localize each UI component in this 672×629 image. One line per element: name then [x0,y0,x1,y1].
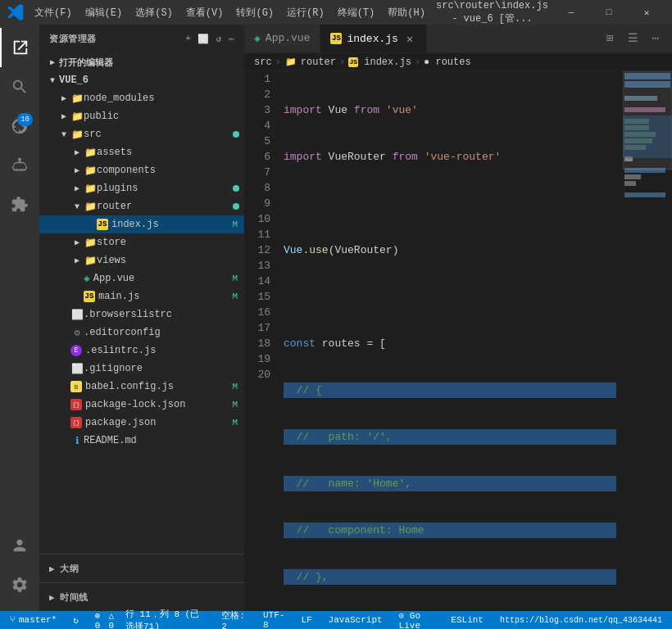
split-editor-button[interactable]: ⊞ [600,29,620,48]
sidebar-item-eslintrc[interactable]: E .eslintrc.js [39,342,244,360]
errors-text: ⊗ 0 [95,610,106,630]
sidebar-item-gitignore[interactable]: ⬜ .gitignore [39,360,244,378]
breadcrumb-router[interactable]: router [301,57,336,68]
eol-status[interactable]: LF [297,615,315,625]
sidebar-item-assets[interactable]: ▶ 📁 assets [39,143,244,161]
activity-account[interactable] [0,526,39,565]
sidebar-header-icons: + ⬜ ↺ ⋯ [185,34,234,44]
code-line-5 [284,289,616,305]
live-server-status[interactable]: ⊙ Go Live [396,610,438,630]
editor-area: ◈ App.vue JS index.js ✕ ⊞ ☰ ⋯ src › 📁 ro… [244,25,672,611]
sidebar-item-components[interactable]: ▶ 📁 components [39,161,244,179]
spaces-status[interactable]: 空格: 2 [218,609,250,630]
sidebar-item-app-vue[interactable]: ◈ App.vue M [39,269,244,287]
chevron-right-icon: ▶ [70,146,84,159]
tab-index-js[interactable]: JS index.js ✕ [320,25,426,52]
sidebar-item-node-modules[interactable]: ▶ 📁 node_modules [39,89,244,107]
activity-explorer[interactable] [0,28,39,67]
sidebar-item-babel[interactable]: B babel.config.js M [39,378,244,396]
sidebar-item-package-json[interactable]: {} package.json M [39,414,244,432]
no-arrow [57,434,70,447]
breadcrumb-src[interactable]: src [254,57,272,68]
new-folder-icon[interactable]: ⬜ [198,34,210,44]
sidebar-open-editors[interactable]: ▶ 打开的编辑器 [39,53,244,71]
sidebar-item-project-root[interactable]: ▼ VUE_6 [39,71,244,89]
chevron-right-icon: ▶ [70,164,84,177]
activity-git[interactable]: 10 [0,106,39,146]
url-text: https://blog.csdn.net/qq_43634441 [500,616,662,625]
position-status[interactable]: 行 11，列 8 (已选择71) [122,608,208,629]
menu-terminal[interactable]: 终端(T) [331,4,382,21]
babel-label: babel.config.js [85,381,232,392]
menu-file[interactable]: 文件(F) [28,4,79,21]
sidebar-item-main-js[interactable]: JS main.js M [39,287,244,305]
code-line-10: // component: Home [284,523,616,538]
breadcrumb-routes[interactable]: ● routes [424,57,471,68]
code-editor[interactable]: 1 2 3 4 5 6 7 8 9 10 11 12 13 14 15 16 1… [244,71,672,611]
branch-status[interactable]: ⑂ master* [7,615,60,625]
sidebar-item-index-js[interactable]: JS index.js M [39,215,244,233]
folder-icon: 📁 [70,110,84,123]
code-content[interactable]: import Vue from 'vue' import VueRouter f… [277,71,623,611]
errors-status[interactable]: ⊗ 0 △ 0 [92,610,122,630]
url-status[interactable]: https://blog.csdn.net/qq_43634441 [497,616,665,625]
minimize-button[interactable]: — [552,0,590,25]
tab-app-vue[interactable]: ◈ App.vue [244,25,320,52]
sidebar-item-editorconfig[interactable]: ⚙ .editorconfig [39,324,244,342]
timeline-panel[interactable]: ▶ 时间线 [39,582,244,611]
sync-status[interactable]: ↻ [70,615,82,626]
package-json-label: package.json [85,417,232,428]
activity-settings[interactable] [0,565,39,604]
close-button[interactable]: ✕ [628,0,665,25]
activity-extensions[interactable] [0,185,39,224]
sidebar-item-package-lock[interactable]: {} package-lock.json M [39,396,244,414]
code-line-7: // { [284,382,616,398]
breadcrumb-index-js[interactable]: index.js [364,57,411,68]
code-line-2: import VueRouter from 'vue-router' [284,149,616,165]
editorconfig-label: .editorconfig [84,327,244,338]
public-label: public [84,111,244,122]
vue-tab-icon: ◈ [254,32,261,45]
sidebar-item-browserslistrc[interactable]: ⬜ .browserslistrc [39,305,244,324]
menu-help[interactable]: 帮助(H) [381,4,432,21]
menu-goto[interactable]: 转到(G) [229,4,280,21]
branch-name: master* [19,615,57,625]
gitignore-label: .gitignore [84,363,244,374]
eslint-status[interactable]: ESLint [447,615,487,625]
sidebar-item-plugins[interactable]: ▶ 📁 plugins [39,179,244,197]
folder-icon: 📁 [84,164,97,177]
layout-button[interactable]: ☰ [623,29,642,48]
router-label: router [97,201,233,212]
outline-panel[interactable]: ▶ 大纲 [39,554,244,582]
new-file-icon[interactable]: + [185,34,191,44]
chevron-right-icon: ▶ [49,592,55,603]
warnings-text: △ 0 [108,610,119,630]
chevron-right-icon: ▶ [70,236,84,249]
eol-text: LF [301,615,311,625]
sidebar-item-store[interactable]: ▶ 📁 store [39,233,244,251]
collapse-icon[interactable]: ⋯ [229,34,234,44]
index-js-label: index.js [111,219,232,230]
breadcrumb-sep1: › [275,57,281,68]
titlebar-menu[interactable]: 文件(F) 编辑(E) 选择(S) 查看(V) 转到(G) 运行(R) 终端(T… [28,4,432,21]
refresh-icon[interactable]: ↺ [216,34,222,44]
more-actions-button[interactable]: ⋯ [646,29,665,48]
tab-close-button[interactable]: ✕ [403,32,416,45]
menu-run[interactable]: 运行(R) [280,4,331,21]
sidebar-item-src[interactable]: ▼ 📁 src [39,125,244,143]
language-status[interactable]: JavaScript [325,615,386,625]
encoding-status[interactable]: UTF-8 [260,610,288,629]
sidebar-item-public[interactable]: ▶ 📁 public [39,107,244,125]
activity-search[interactable] [0,67,39,106]
menu-view[interactable]: 查看(V) [179,4,230,21]
tab-app-vue-label: App.vue [266,32,311,44]
sidebar-item-readme[interactable]: ℹ README.md [39,432,244,450]
status-bar: ⑂ master* ↻ ⊗ 0 △ 0 行 11，列 8 (已选择71) 空格:… [0,611,672,629]
activity-debug[interactable] [0,146,39,185]
sidebar-item-router[interactable]: ▼ 📁 router [39,197,244,215]
maximize-button[interactable]: □ [590,0,628,25]
sidebar-item-views[interactable]: ▶ 📁 views [39,251,244,269]
menu-edit[interactable]: 编辑(E) [79,4,129,21]
git-branch-icon: ⑂ [10,615,16,625]
menu-select[interactable]: 选择(S) [129,4,179,21]
